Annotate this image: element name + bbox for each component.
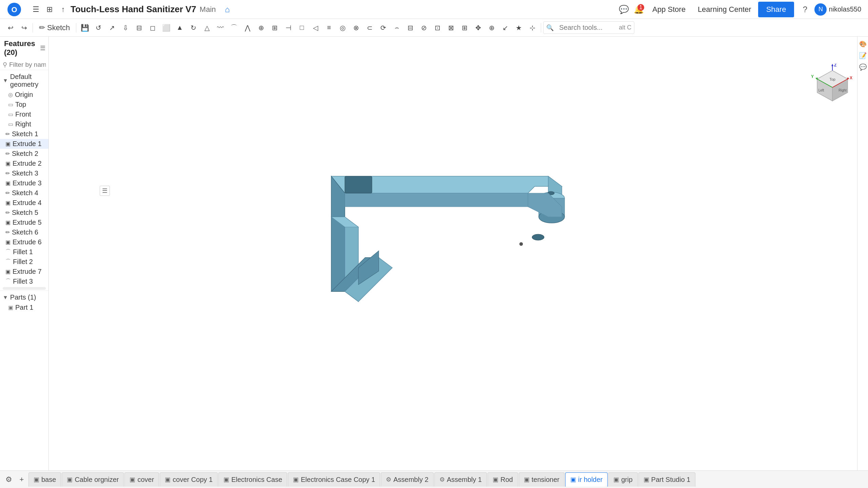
feature-list-overlay-button[interactable]: ☰: [100, 186, 110, 196]
sketch-feature-icon: ✏: [5, 131, 10, 137]
feature-extrude3[interactable]: ▣ Extrude 3: [0, 178, 48, 188]
tree-item-top[interactable]: ▭ Top: [0, 100, 48, 109]
notifications-button[interactable]: 🔔 1: [632, 3, 646, 16]
home-button[interactable]: ⌂: [221, 3, 234, 16]
hamburger-menu-button[interactable]: ☰: [30, 3, 42, 16]
feature-sketch4[interactable]: ✏ Sketch 4: [0, 188, 48, 198]
tab-cover-label: cover: [137, 476, 154, 484]
username-label[interactable]: nikolas550: [829, 5, 861, 13]
undo-button[interactable]: ↩: [4, 21, 17, 34]
chamfer-button[interactable]: ⋀: [241, 21, 254, 34]
mirror-button[interactable]: ⊣: [282, 21, 295, 34]
parts-section-header[interactable]: ▼ Parts (1): [0, 292, 48, 303]
tab-assembly1[interactable]: ⚙ Assembly 1: [434, 472, 487, 487]
chat-button[interactable]: 💬: [617, 3, 631, 16]
fillet-button[interactable]: ⌒: [228, 21, 240, 34]
chevron-down-icon: ▼: [3, 78, 8, 84]
export-button[interactable]: ↗: [105, 21, 118, 34]
hole-button[interactable]: ◎: [336, 21, 349, 34]
user-avatar[interactable]: N: [814, 3, 827, 16]
document-branch: Main: [200, 5, 216, 14]
split-button[interactable]: ⊟: [133, 21, 145, 34]
shell-button[interactable]: □: [295, 21, 308, 34]
custom-feature-button[interactable]: ★: [512, 21, 525, 34]
boolean-button[interactable]: ⊕: [255, 21, 268, 34]
viewport[interactable]: ☰ Z Y: [49, 37, 868, 470]
feature-extrude4[interactable]: ▣ Extrude 4: [0, 198, 48, 208]
offset-button[interactable]: ⊟: [404, 21, 417, 34]
thread-button[interactable]: ⊗: [350, 21, 362, 34]
sketch-button[interactable]: ✏ Sketch: [35, 21, 74, 34]
feature-fillet3[interactable]: ⌒ Fillet 3: [0, 277, 48, 286]
draft-button[interactable]: ◁: [309, 21, 322, 34]
comments-button[interactable]: 💬: [858, 62, 868, 72]
help-button[interactable]: ?: [798, 3, 812, 16]
import-button[interactable]: ⇩: [119, 21, 132, 34]
feature-sketch2[interactable]: ✏ Sketch 2: [0, 149, 48, 159]
redo-button[interactable]: ↪: [18, 21, 31, 34]
save-button[interactable]: 💾: [78, 21, 91, 34]
extrude-button[interactable]: ▲: [173, 21, 186, 34]
wrap-button[interactable]: ⊂: [363, 21, 376, 34]
appearance-button[interactable]: 🎨: [858, 39, 868, 49]
tab-tensioner[interactable]: ▣ tensioner: [519, 472, 565, 487]
part1-item[interactable]: ▣ Part 1: [0, 303, 48, 312]
compose-button[interactable]: ⊕: [485, 21, 498, 34]
derive-button[interactable]: ↙: [499, 21, 512, 34]
feature-extrude6[interactable]: ▣ Extrude 6: [0, 237, 48, 247]
dome-button[interactable]: ⌢: [390, 21, 403, 34]
tab-electronics-copy1[interactable]: ▣ Electronics Case Copy 1: [288, 472, 380, 487]
notes-button[interactable]: 📝: [858, 51, 868, 60]
pattern-button[interactable]: ⊞: [268, 21, 281, 34]
split2-button[interactable]: ⊘: [417, 21, 430, 34]
tab-cover-copy1[interactable]: ▣ cover Copy 1: [160, 472, 218, 487]
feature-extrude1[interactable]: ▣ Extrude 1: [0, 139, 48, 149]
tab-cover[interactable]: ▣ cover: [124, 472, 159, 487]
feature-extrude5[interactable]: ▣ Extrude 5: [0, 218, 48, 227]
grid-button[interactable]: ⊞: [43, 3, 56, 16]
transform-button[interactable]: ✥: [472, 21, 485, 34]
feature-extrude2[interactable]: ▣ Extrude 2: [0, 159, 48, 168]
pin-button[interactable]: ↑: [57, 3, 69, 16]
measure-button[interactable]: ⊹: [526, 21, 539, 34]
replace-face-button[interactable]: ⊞: [458, 21, 471, 34]
feature-sketch3[interactable]: ✏ Sketch 3: [0, 168, 48, 178]
tree-item-front[interactable]: ▭ Front: [0, 109, 48, 119]
tab-cable-organizer[interactable]: ▣ Cable orgnizer: [62, 472, 124, 487]
tab-rod[interactable]: ▣ Rod: [488, 472, 518, 487]
features-list-toggle[interactable]: ☰: [38, 43, 47, 53]
feature-sketch1[interactable]: ✏ Sketch 1: [0, 129, 48, 139]
tab-grip[interactable]: ▣ grip: [608, 472, 637, 487]
plane-button[interactable]: ◻: [146, 21, 159, 34]
tab-part-studio1[interactable]: ▣ Part Studio 1: [638, 472, 696, 487]
tab-assembly2[interactable]: ⚙ Assembly 2: [381, 472, 433, 487]
search-tools-input[interactable]: [555, 22, 616, 34]
learning-center-button[interactable]: Learning Center: [692, 2, 757, 17]
helix-button[interactable]: ⟳: [377, 21, 390, 34]
feature-sketch5[interactable]: ✏ Sketch 5: [0, 208, 48, 218]
feature-extrude7[interactable]: ▣ Extrude 7: [0, 267, 48, 277]
delete-face-button[interactable]: ⊠: [445, 21, 457, 34]
loft-button[interactable]: △: [200, 21, 213, 34]
revolve-button[interactable]: ↻: [187, 21, 200, 34]
box-button[interactable]: ⬜: [160, 21, 173, 34]
default-geometry-section[interactable]: ▼ Default geometry: [0, 72, 48, 90]
filter-input[interactable]: [9, 61, 46, 68]
rib-button[interactable]: ≡: [322, 21, 335, 34]
refresh-button[interactable]: ↺: [92, 21, 105, 34]
share-button[interactable]: Share: [758, 2, 794, 17]
tab-electronics-case[interactable]: ▣ Electronics Case: [218, 472, 287, 487]
tab-ir-holder[interactable]: ▣ ir holder: [565, 472, 608, 487]
tree-item-origin[interactable]: ◎ Origin: [0, 90, 48, 100]
add-tab-button[interactable]: +: [16, 473, 28, 486]
appstore-button[interactable]: App Store: [647, 2, 691, 17]
tab-base[interactable]: ▣ base: [28, 472, 61, 487]
features-header: Features (20) ☰ ↺: [0, 37, 48, 60]
tab-settings-button[interactable]: ⚙: [3, 473, 15, 486]
feature-fillet2[interactable]: ⌒ Fillet 2: [0, 257, 48, 267]
feature-fillet1[interactable]: ⌒ Fillet 1: [0, 247, 48, 257]
move-face-button[interactable]: ⊡: [431, 21, 444, 34]
feature-sketch6[interactable]: ✏ Sketch 6: [0, 227, 48, 237]
sweep-button[interactable]: 〰: [214, 21, 227, 34]
tree-item-right[interactable]: ▭ Right: [0, 119, 48, 129]
